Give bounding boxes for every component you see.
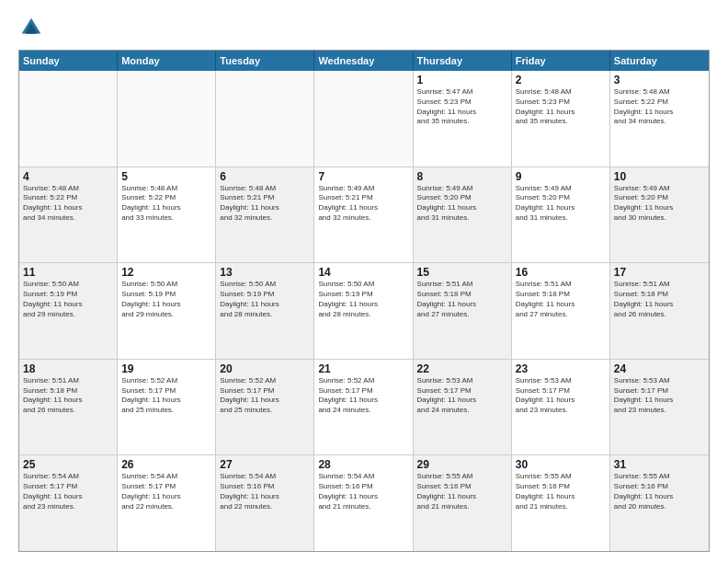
day-info: Sunrise: 5:49 AM Sunset: 5:20 PM Dayligh…	[516, 184, 606, 224]
calendar-day-21: 21Sunrise: 5:52 AM Sunset: 5:17 PM Dayli…	[314, 360, 413, 455]
day-number: 30	[516, 458, 606, 471]
day-info: Sunrise: 5:48 AM Sunset: 5:23 PM Dayligh…	[516, 87, 606, 127]
calendar-day-2: 2Sunrise: 5:48 AM Sunset: 5:23 PM Daylig…	[512, 71, 610, 167]
calendar-day-6: 6Sunrise: 5:48 AM Sunset: 5:21 PM Daylig…	[216, 167, 314, 263]
day-number: 25	[23, 458, 113, 471]
day-info: Sunrise: 5:52 AM Sunset: 5:17 PM Dayligh…	[220, 376, 310, 416]
svg-rect-2	[27, 29, 35, 34]
day-info: Sunrise: 5:49 AM Sunset: 5:20 PM Dayligh…	[614, 184, 705, 224]
day-number: 17	[614, 266, 705, 279]
calendar-day-17: 17Sunrise: 5:51 AM Sunset: 5:18 PM Dayli…	[610, 263, 709, 359]
day-number: 12	[121, 266, 211, 279]
page: SundayMondayTuesdayWednesdayThursdayFrid…	[0, 0, 728, 563]
calendar-week-1: 1Sunrise: 5:47 AM Sunset: 5:23 PM Daylig…	[19, 71, 709, 167]
header-day-saturday: Saturday	[610, 51, 709, 71]
calendar-day-19: 19Sunrise: 5:52 AM Sunset: 5:17 PM Dayli…	[118, 360, 216, 455]
day-info: Sunrise: 5:54 AM Sunset: 5:17 PM Dayligh…	[121, 472, 211, 511]
calendar-header: SundayMondayTuesdayWednesdayThursdayFrid…	[19, 51, 709, 71]
day-info: Sunrise: 5:51 AM Sunset: 5:18 PM Dayligh…	[516, 280, 606, 319]
day-info: Sunrise: 5:48 AM Sunset: 5:21 PM Dayligh…	[220, 184, 310, 224]
day-info: Sunrise: 5:52 AM Sunset: 5:17 PM Dayligh…	[318, 376, 408, 416]
day-info: Sunrise: 5:55 AM Sunset: 5:16 PM Dayligh…	[516, 472, 606, 511]
calendar-day-9: 9Sunrise: 5:49 AM Sunset: 5:20 PM Daylig…	[512, 167, 610, 263]
header	[18, 15, 710, 40]
calendar-week-3: 11Sunrise: 5:50 AM Sunset: 5:19 PM Dayli…	[19, 263, 709, 360]
calendar-empty-cell	[118, 71, 216, 167]
day-info: Sunrise: 5:51 AM Sunset: 5:18 PM Dayligh…	[614, 280, 705, 319]
day-info: Sunrise: 5:54 AM Sunset: 5:16 PM Dayligh…	[220, 472, 310, 511]
day-info: Sunrise: 5:54 AM Sunset: 5:17 PM Dayligh…	[23, 472, 113, 511]
calendar-day-30: 30Sunrise: 5:55 AM Sunset: 5:16 PM Dayli…	[512, 455, 610, 551]
calendar-day-15: 15Sunrise: 5:51 AM Sunset: 5:18 PM Dayli…	[414, 263, 512, 359]
day-number: 10	[614, 170, 705, 183]
day-info: Sunrise: 5:55 AM Sunset: 5:16 PM Dayligh…	[614, 472, 705, 511]
calendar-day-13: 13Sunrise: 5:50 AM Sunset: 5:19 PM Dayli…	[216, 263, 314, 359]
calendar-day-25: 25Sunrise: 5:54 AM Sunset: 5:17 PM Dayli…	[19, 455, 118, 551]
day-number: 7	[318, 170, 408, 183]
calendar-day-4: 4Sunrise: 5:48 AM Sunset: 5:22 PM Daylig…	[19, 167, 118, 263]
header-day-friday: Friday	[512, 51, 610, 71]
calendar-day-26: 26Sunrise: 5:54 AM Sunset: 5:17 PM Dayli…	[118, 455, 216, 551]
calendar-day-14: 14Sunrise: 5:50 AM Sunset: 5:19 PM Dayli…	[314, 263, 413, 359]
day-info: Sunrise: 5:48 AM Sunset: 5:22 PM Dayligh…	[614, 87, 705, 127]
calendar-day-18: 18Sunrise: 5:51 AM Sunset: 5:18 PM Dayli…	[19, 360, 118, 455]
day-number: 8	[417, 170, 507, 183]
calendar: SundayMondayTuesdayWednesdayThursdayFrid…	[18, 50, 710, 552]
day-number: 5	[121, 170, 211, 183]
calendar-day-5: 5Sunrise: 5:48 AM Sunset: 5:22 PM Daylig…	[118, 167, 216, 263]
day-number: 9	[516, 170, 606, 183]
calendar-day-3: 3Sunrise: 5:48 AM Sunset: 5:22 PM Daylig…	[610, 71, 709, 167]
calendar-day-10: 10Sunrise: 5:49 AM Sunset: 5:20 PM Dayli…	[610, 167, 709, 263]
day-number: 22	[417, 362, 507, 375]
day-number: 14	[318, 266, 408, 279]
day-info: Sunrise: 5:53 AM Sunset: 5:17 PM Dayligh…	[516, 376, 606, 416]
day-number: 16	[516, 266, 606, 279]
calendar-day-23: 23Sunrise: 5:53 AM Sunset: 5:17 PM Dayli…	[512, 360, 610, 455]
logo	[18, 15, 48, 40]
calendar-day-1: 1Sunrise: 5:47 AM Sunset: 5:23 PM Daylig…	[414, 71, 512, 167]
calendar-week-2: 4Sunrise: 5:48 AM Sunset: 5:22 PM Daylig…	[19, 167, 709, 264]
day-number: 23	[516, 362, 606, 375]
calendar-empty-cell	[314, 71, 413, 167]
day-number: 2	[516, 74, 606, 86]
day-info: Sunrise: 5:49 AM Sunset: 5:20 PM Dayligh…	[417, 184, 507, 224]
calendar-day-31: 31Sunrise: 5:55 AM Sunset: 5:16 PM Dayli…	[610, 455, 709, 551]
day-number: 3	[614, 74, 705, 86]
day-number: 26	[121, 458, 211, 471]
calendar-week-5: 25Sunrise: 5:54 AM Sunset: 5:17 PM Dayli…	[19, 455, 709, 551]
calendar-week-4: 18Sunrise: 5:51 AM Sunset: 5:18 PM Dayli…	[19, 360, 709, 456]
day-info: Sunrise: 5:47 AM Sunset: 5:23 PM Dayligh…	[417, 87, 507, 127]
day-number: 1	[417, 74, 507, 86]
header-day-sunday: Sunday	[19, 51, 118, 71]
day-number: 6	[220, 170, 310, 183]
calendar-body: 1Sunrise: 5:47 AM Sunset: 5:23 PM Daylig…	[19, 71, 709, 551]
day-info: Sunrise: 5:55 AM Sunset: 5:16 PM Dayligh…	[417, 472, 507, 511]
day-info: Sunrise: 5:50 AM Sunset: 5:19 PM Dayligh…	[121, 280, 211, 319]
day-number: 11	[23, 266, 113, 279]
calendar-day-16: 16Sunrise: 5:51 AM Sunset: 5:18 PM Dayli…	[512, 263, 610, 359]
day-info: Sunrise: 5:52 AM Sunset: 5:17 PM Dayligh…	[121, 376, 211, 416]
header-day-thursday: Thursday	[414, 51, 512, 71]
day-number: 15	[417, 266, 507, 279]
day-info: Sunrise: 5:48 AM Sunset: 5:22 PM Dayligh…	[121, 184, 211, 224]
day-number: 27	[220, 458, 310, 471]
day-number: 18	[23, 362, 113, 375]
day-number: 20	[220, 362, 310, 375]
day-number: 28	[318, 458, 408, 471]
day-info: Sunrise: 5:48 AM Sunset: 5:22 PM Dayligh…	[23, 184, 113, 224]
logo-icon	[18, 15, 44, 40]
day-info: Sunrise: 5:51 AM Sunset: 5:18 PM Dayligh…	[417, 280, 507, 319]
calendar-day-29: 29Sunrise: 5:55 AM Sunset: 5:16 PM Dayli…	[414, 455, 512, 551]
calendar-day-28: 28Sunrise: 5:54 AM Sunset: 5:16 PM Dayli…	[314, 455, 413, 551]
header-day-monday: Monday	[118, 51, 216, 71]
day-info: Sunrise: 5:49 AM Sunset: 5:21 PM Dayligh…	[318, 184, 408, 224]
day-number: 19	[121, 362, 211, 375]
day-info: Sunrise: 5:53 AM Sunset: 5:17 PM Dayligh…	[417, 376, 507, 416]
calendar-day-20: 20Sunrise: 5:52 AM Sunset: 5:17 PM Dayli…	[216, 360, 314, 455]
calendar-day-24: 24Sunrise: 5:53 AM Sunset: 5:17 PM Dayli…	[610, 360, 709, 455]
calendar-day-7: 7Sunrise: 5:49 AM Sunset: 5:21 PM Daylig…	[314, 167, 413, 263]
day-number: 13	[220, 266, 310, 279]
day-number: 4	[23, 170, 113, 183]
day-number: 21	[318, 362, 408, 375]
day-info: Sunrise: 5:50 AM Sunset: 5:19 PM Dayligh…	[318, 280, 408, 319]
